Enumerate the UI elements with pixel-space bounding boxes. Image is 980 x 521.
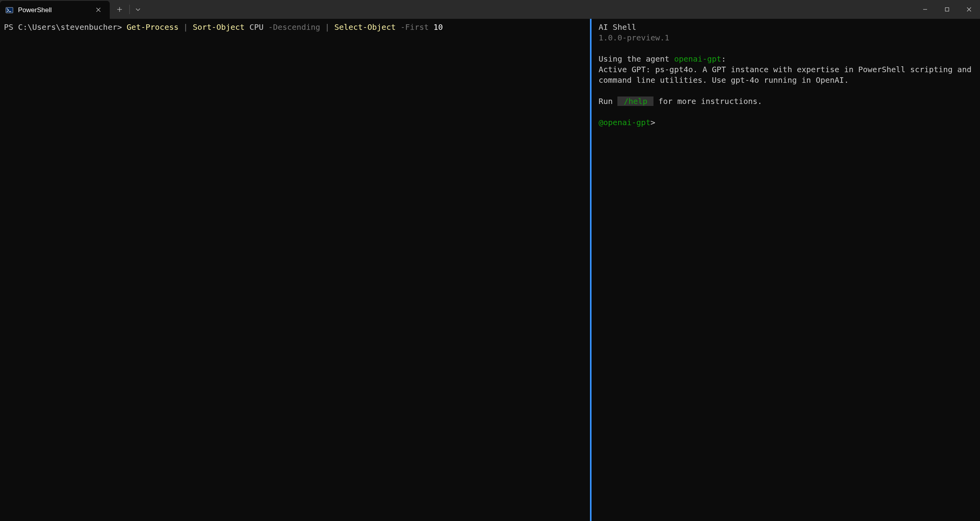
ps-pipe: | — [183, 22, 188, 32]
left-terminal-pane[interactable]: PS C:\Users\stevenbucher> Get-Process | … — [0, 19, 590, 521]
ps-number-ten: 10 — [434, 22, 443, 32]
titlebar-left: PowerShell — [0, 0, 146, 19]
ps-cmdlet-selectobject: Select-Object — [334, 22, 396, 32]
colon: : — [721, 54, 726, 64]
new-tab-button[interactable] — [110, 0, 129, 19]
ai-prompt-suffix: > — [650, 118, 655, 127]
ps-param-descending: -Descending — [268, 22, 320, 32]
terminal-content: PS C:\Users\stevenbucher> Get-Process | … — [0, 19, 980, 521]
close-button[interactable] — [958, 2, 980, 17]
tab-title: PowerShell — [18, 6, 57, 14]
window-titlebar: PowerShell — [0, 0, 980, 19]
tab-dropdown-button[interactable] — [130, 0, 146, 19]
maximize-button[interactable] — [936, 2, 958, 17]
window-controls — [914, 0, 980, 19]
ai-shell-version: 1.0.0-preview.1 — [599, 33, 670, 42]
agent-name: openai-gpt — [674, 54, 721, 64]
tab-close-button[interactable] — [93, 5, 103, 15]
ps-cmdlet-sortobject: Sort-Object — [193, 22, 245, 32]
ai-shell-title: AI Shell — [599, 22, 636, 32]
run-text: Run — [599, 97, 617, 106]
ps-prompt: PS C:\Users\stevenbucher> — [4, 22, 122, 32]
ps-arg-cpu: CPU — [249, 22, 263, 32]
powershell-icon — [5, 6, 13, 14]
ai-prompt-agent: @openai-gpt — [599, 118, 650, 127]
svg-rect-0 — [6, 7, 13, 13]
active-tab[interactable]: PowerShell — [0, 1, 110, 20]
ps-pipe: | — [325, 22, 330, 32]
svg-rect-7 — [946, 8, 949, 11]
right-terminal-pane[interactable]: AI Shell 1.0.0-preview.1 Using the agent… — [592, 19, 980, 521]
ps-param-first: -First — [401, 22, 429, 32]
help-command: /help — [617, 97, 653, 106]
using-agent-text: Using the agent — [599, 54, 674, 64]
ps-cmdlet-getprocess: Get-Process — [127, 22, 178, 32]
active-gpt-description: Active GPT: ps-gpt4o. A GPT instance wit… — [599, 65, 976, 85]
run-suffix: for more instructions. — [653, 97, 762, 106]
minimize-button[interactable] — [914, 2, 936, 17]
